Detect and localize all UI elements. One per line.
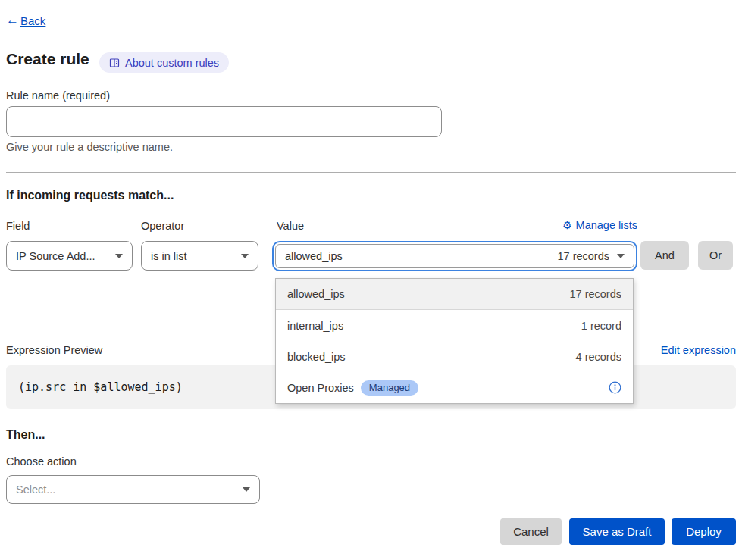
value-records-count: 17 records [557, 250, 609, 262]
page-title: Create rule [6, 50, 89, 68]
back-arrow-icon: ← [6, 13, 19, 28]
list-item-name: internal_ips [287, 320, 343, 332]
match-section-heading: If incoming requests match... [6, 189, 174, 202]
choose-action-label: Choose action [6, 455, 77, 468]
operator-select[interactable]: is in list [141, 241, 258, 271]
create-rule-page: ←Back Create rule About custom rules Rul… [0, 0, 742, 560]
badge-label: About custom rules [125, 57, 219, 69]
gear-icon: ⚙ [562, 219, 572, 231]
list-item[interactable]: allowed_ips 17 records [276, 279, 633, 310]
info-icon[interactable] [609, 381, 621, 394]
or-button[interactable]: Or [698, 241, 733, 270]
list-item[interactable]: Open Proxies Managed [276, 372, 633, 403]
operator-label: Operator [141, 220, 184, 232]
value-combobox[interactable]: allowed_ips 17 records [275, 244, 634, 268]
list-dropdown-panel: allowed_ips 17 records internal_ips 1 re… [275, 278, 634, 404]
action-select[interactable]: Select... [6, 475, 260, 504]
expression-preview-label: Expression Preview [6, 344, 102, 356]
chevron-down-icon [241, 254, 249, 258]
back-link[interactable]: ←Back [6, 13, 45, 28]
deploy-button[interactable]: Deploy [672, 518, 736, 545]
rule-name-helper: Give your rule a descriptive name. [6, 141, 173, 153]
chevron-down-icon [115, 254, 123, 258]
book-icon [109, 58, 120, 68]
list-item-name: Open Proxies [287, 382, 354, 394]
about-custom-rules-badge[interactable]: About custom rules [99, 52, 229, 73]
field-label: Field [6, 220, 30, 232]
and-button[interactable]: And [640, 241, 689, 270]
field-select-value: IP Source Add... [16, 250, 95, 262]
field-select[interactable]: IP Source Add... [6, 241, 133, 271]
value-label: Value [277, 220, 304, 232]
section-divider [6, 172, 736, 173]
cancel-button[interactable]: Cancel [500, 518, 562, 545]
list-item-records: 4 records [576, 351, 621, 363]
then-section-heading: Then... [6, 428, 45, 442]
list-item-records: 17 records [569, 288, 621, 300]
manage-lists-link[interactable]: ⚙ Manage lists [562, 219, 637, 231]
edit-expression-link[interactable]: Edit expression [661, 344, 736, 356]
rule-name-input[interactable] [6, 106, 442, 137]
expression-code: (ip.src in $allowed_ips) [18, 380, 183, 394]
chevron-down-icon [617, 254, 625, 258]
save-as-draft-button[interactable]: Save as Draft [569, 518, 665, 545]
chevron-down-icon [243, 487, 250, 492]
rule-name-label: Rule name (required) [6, 89, 110, 102]
list-item-records: 1 record [581, 320, 621, 332]
back-link-label: Back [20, 14, 45, 27]
list-item-name: allowed_ips [287, 288, 345, 300]
operator-select-value: is in list [151, 250, 187, 262]
list-item[interactable]: internal_ips 1 record [276, 310, 633, 341]
manage-lists-label: Manage lists [576, 219, 637, 231]
action-select-placeholder: Select... [16, 483, 55, 496]
value-combobox-value: allowed_ips [285, 250, 343, 262]
list-item-name: blocked_ips [287, 351, 346, 363]
list-item[interactable]: blocked_ips 4 records [276, 341, 633, 372]
managed-badge: Managed [361, 380, 418, 396]
